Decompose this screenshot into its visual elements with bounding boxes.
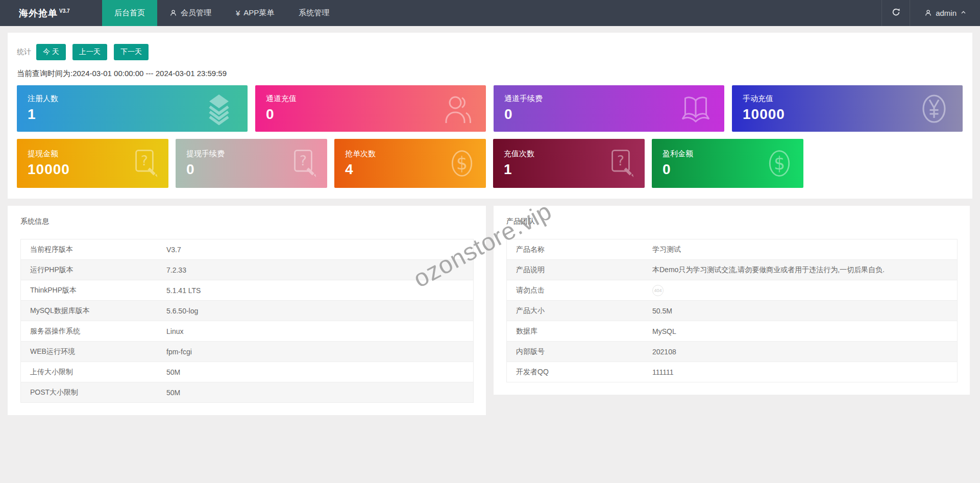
row-label: 开发者QQ xyxy=(507,368,652,377)
panel-title: 系统信息 xyxy=(20,217,474,226)
svg-text:?: ? xyxy=(300,153,307,168)
row-label: ThinkPHP版本 xyxy=(21,286,166,295)
stat-card: 通道充值0 xyxy=(255,85,486,132)
nav-item-app-menu[interactable]: ¥APP菜单 xyxy=(224,0,286,26)
row-label: 运行PHP版本 xyxy=(21,265,166,275)
dollar-circle-icon: $ xyxy=(764,148,795,179)
stat-card: 提现手续费0? xyxy=(176,139,327,188)
table-row: 开发者QQ111111 xyxy=(507,362,957,382)
file-question-icon: ? xyxy=(605,148,636,179)
stat-cards-row-1: 注册人数1通道充值0通道手续费0手动充值10000 xyxy=(17,85,963,132)
file-question-icon: ? xyxy=(288,148,318,179)
row-value: 50M xyxy=(166,389,473,397)
dollar-circle-icon: $ xyxy=(447,148,477,179)
table-row: 运行PHP版本7.2.33 xyxy=(21,260,473,280)
table-row: MySQL数据库版本5.6.50-log xyxy=(21,301,473,321)
row-value: 111111 xyxy=(652,368,957,376)
svg-text:$: $ xyxy=(456,153,468,174)
app-logo[interactable]: 海外抢单V3.7 xyxy=(0,0,102,26)
nav-item-label: 系统管理 xyxy=(299,8,329,18)
yen-circle-icon xyxy=(918,92,950,125)
row-label: MySQL数据库版本 xyxy=(21,306,166,316)
table-row: 产品名称学习测试 xyxy=(507,239,957,260)
info-panels: 系统信息 当前程序版本V3.7运行PHP版本7.2.33ThinkPHP版本5.… xyxy=(8,206,972,415)
row-value: Linux xyxy=(166,327,473,335)
nav-item-system[interactable]: 系统管理 xyxy=(286,0,341,26)
navbar-right: admin xyxy=(881,0,980,26)
stat-card: 注册人数1 xyxy=(17,85,248,132)
row-value: MySQL xyxy=(652,327,957,335)
table-row: 产品大小50.5M xyxy=(507,301,957,321)
row-label: 内部版号 xyxy=(507,347,652,356)
stat-card: 通道手续费0 xyxy=(494,85,724,132)
system-info-panel: 系统信息 当前程序版本V3.7运行PHP版本7.2.33ThinkPHP版本5.… xyxy=(8,206,486,415)
app-title: 海外抢单 xyxy=(19,7,58,19)
table-row: 请勿点击404 xyxy=(507,280,957,301)
row-value: 202108 xyxy=(652,348,957,356)
row-label: WEB运行环境 xyxy=(21,347,166,356)
svg-text:$: $ xyxy=(774,153,785,174)
yen-icon: ¥ xyxy=(236,9,240,17)
badge-404[interactable]: 404 xyxy=(652,285,664,296)
stat-card: 抢单次数4$ xyxy=(334,139,486,188)
chevron-up-icon xyxy=(960,9,967,17)
query-time-text: 当前查询时间为:2024-03-01 00:00:00 --- 2024-03-… xyxy=(17,69,963,79)
users-icon xyxy=(441,92,474,125)
next-day-button[interactable]: 下一天 xyxy=(114,44,149,60)
refresh-icon xyxy=(892,8,900,18)
prev-day-button[interactable]: 上一天 xyxy=(72,44,107,60)
table-row: ThinkPHP版本5.1.41 LTS xyxy=(21,280,473,301)
system-info-table: 当前程序版本V3.7运行PHP版本7.2.33ThinkPHP版本5.1.41 … xyxy=(20,239,474,403)
row-value: 学习测试 xyxy=(652,245,957,254)
row-label: 当前程序版本 xyxy=(21,245,166,254)
table-row: 数据库MySQL xyxy=(507,321,957,342)
row-value: 50M xyxy=(166,368,473,376)
row-label: 产品名称 xyxy=(507,245,652,254)
table-row: 产品说明本Demo只为学习测试交流,请勿要做商业或者用于违法行为,一切后果自负. xyxy=(507,260,957,280)
stats-label: 统计 xyxy=(17,47,31,57)
today-button[interactable]: 今 天 xyxy=(36,44,66,60)
row-value: 本Demo只为学习测试交流,请勿要做商业或者用于违法行为,一切后果自负. xyxy=(652,265,957,275)
row-value: 7.2.33 xyxy=(166,266,473,274)
range-selector: 统计 今 天上一天下一天 xyxy=(17,44,963,60)
book-icon xyxy=(679,92,712,125)
stats-panel: 统计 今 天上一天下一天 当前查询时间为:2024-03-01 00:00:00… xyxy=(8,33,972,199)
nav-item-dashboard[interactable]: 后台首页 xyxy=(102,0,157,26)
layers-icon xyxy=(203,92,235,125)
table-row: 当前程序版本V3.7 xyxy=(21,239,473,260)
stat-card: 提现金额10000? xyxy=(17,139,168,188)
nav-item-label: 后台首页 xyxy=(114,8,145,18)
row-label: 数据库 xyxy=(507,327,652,336)
row-label: 上传大小限制 xyxy=(21,368,166,377)
row-value: fpm-fcgi xyxy=(166,348,473,356)
member-icon xyxy=(169,9,177,17)
main-nav: 后台首页会员管理¥APP菜单系统管理 xyxy=(102,0,341,26)
stat-card: 盈利金额0$ xyxy=(652,139,803,188)
file-question-icon: ? xyxy=(129,148,160,179)
app-version: V3.7 xyxy=(59,8,70,14)
nav-item-label: APP菜单 xyxy=(243,8,274,18)
refresh-button[interactable] xyxy=(881,0,910,26)
table-row: 内部版号202108 xyxy=(507,342,957,362)
svg-text:?: ? xyxy=(617,153,624,168)
table-row: 上传大小限制50M xyxy=(21,362,473,382)
top-navbar: 海外抢单V3.7 后台首页会员管理¥APP菜单系统管理 admin xyxy=(0,0,980,26)
product-team-panel: 产品团队 产品名称学习测试产品说明本Demo只为学习测试交流,请勿要做商业或者用… xyxy=(494,206,970,395)
user-menu[interactable]: admin xyxy=(910,0,980,26)
table-row: POST大小限制50M xyxy=(21,382,473,403)
row-label: 产品大小 xyxy=(507,306,652,316)
stat-cards-row-2: 提现金额10000?提现手续费0?抢单次数4$充值次数1?盈利金额0$ xyxy=(17,139,963,188)
row-value: 5.1.41 LTS xyxy=(166,286,473,295)
product-team-table: 产品名称学习测试产品说明本Demo只为学习测试交流,请勿要做商业或者用于违法行为… xyxy=(506,239,958,382)
nav-item-members[interactable]: 会员管理 xyxy=(157,0,224,26)
row-value: 404 xyxy=(652,285,957,296)
row-label: 请勿点击 xyxy=(507,286,652,295)
row-label: POST大小限制 xyxy=(21,388,166,397)
stat-card: 充值次数1? xyxy=(493,139,645,188)
table-row: 服务器操作系统Linux xyxy=(21,321,473,342)
row-value: 5.6.50-log xyxy=(166,307,473,315)
row-value: V3.7 xyxy=(166,246,473,254)
stat-card: 手动充值10000 xyxy=(732,85,963,132)
row-label: 服务器操作系统 xyxy=(21,327,166,336)
svg-text:?: ? xyxy=(141,153,148,168)
